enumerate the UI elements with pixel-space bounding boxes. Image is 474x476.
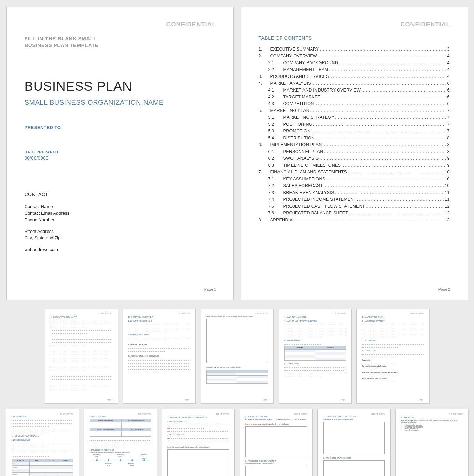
- toc-page-number: 4: [446, 54, 450, 58]
- target-market-table: SEGMENTEXAMPLE: [284, 346, 346, 361]
- toc-number: 2.2: [268, 67, 283, 72]
- promo-item: Marketing / communications materials / c…: [362, 372, 424, 373]
- toc-label: BREAK-EVEN ANALYSIS: [283, 190, 335, 195]
- template-label: FILL-IN-THE-BLANK SMALL BUSINESS PLAN TE…: [25, 35, 100, 48]
- organization-name: SMALL BUSINESS ORGANIZATION NAME: [25, 99, 216, 107]
- toc-label: TIMELINE OF MILESTONES: [283, 163, 342, 168]
- toc-number: 4.: [259, 81, 270, 86]
- toc-label: MARKET ANALYSIS: [270, 81, 312, 86]
- thumbnail-page-11: CONFIDENTIAL 7.3 BREAK-EVEN ANALYSIS We …: [240, 409, 313, 476]
- toc-number: 6.3: [268, 163, 283, 168]
- statement-placeholder: [323, 460, 385, 476]
- toc-page-number: 7: [446, 122, 450, 127]
- toc-leader-dots: [320, 156, 446, 161]
- section-title: 3. PRODUCTS AND SERVICES: [128, 355, 190, 357]
- contact-phone: Phone Number: [25, 216, 216, 223]
- toc-page-number: 8: [446, 136, 450, 140]
- toc-page-number: 10: [444, 177, 450, 181]
- toc-row: 7.6PROJECTED BALANCE SHEET 12: [259, 211, 450, 215]
- body-text: Insert chart and/or graph depicting your…: [245, 423, 307, 425]
- toc-label: POSITIONING: [283, 122, 313, 127]
- confidential-label: CONFIDENTIAL: [401, 21, 450, 28]
- toc-row: 4.3COMPETITION 6: [259, 101, 450, 106]
- template-label-line-2: BUSINESS PLAN TEMPLATE: [25, 42, 100, 49]
- toc-leader-dots: [313, 122, 446, 127]
- template-label-line-1: FILL-IN-THE-BLANK SMALL: [25, 35, 100, 42]
- toc-number: 1.: [259, 47, 270, 52]
- subsection-title: 4.3 COMPETITION: [284, 363, 346, 365]
- name-label: Last Name, First Name: [128, 344, 190, 346]
- contact-email: Contact Email Address: [25, 210, 216, 217]
- swot-table: STRENGTHS (internal)WEAKNESSES (internal…: [90, 419, 151, 437]
- toc-label: FINANCIAL PLAN AND STATEMENTS: [270, 170, 348, 174]
- toc-number: 7.2: [268, 183, 283, 188]
- toc-number: 5.: [259, 108, 270, 113]
- toc-page-number: 7: [446, 115, 450, 120]
- toc-number: 7.3: [268, 190, 283, 195]
- thumbnail-page-8: CONFIDENTIAL 5.4 DISTRIBUTION 6. IMPLEME…: [6, 409, 79, 476]
- confidential-label: CONFIDENTIAL: [449, 413, 463, 415]
- toc-label: MANAGEMENT TEAM: [283, 67, 329, 72]
- toc-number: 4.1: [268, 88, 283, 93]
- thumbnail-page-12: CONFIDENTIAL 7.5 PROJECTED CASH FLOW STA…: [317, 409, 391, 476]
- section-title: 2. COMPANY OVERVIEW: [128, 316, 190, 318]
- toc-row: 7.FINANCIAL PLAN AND STATEMENTS 10: [259, 170, 450, 174]
- thumbnail-page-7: CONFIDENTIAL 5. MARKETING PLAN 5.1 MARKE…: [356, 309, 430, 404]
- toc-page-number: 3: [446, 47, 450, 52]
- appendix-list: Detailed market research Resumes of key …: [405, 424, 463, 431]
- toc-leader-dots: [330, 74, 446, 79]
- body-text: Attached here are the documents that sup…: [401, 420, 463, 423]
- toc-number: 8.: [259, 218, 270, 222]
- toc-row: 5.3PROMOTION 7: [259, 129, 450, 134]
- subsection-title: 7.1 KEY ASSUMPTIONS: [167, 420, 229, 422]
- toc-row: 5.MARKETING PLAN 7: [259, 108, 450, 113]
- toc-label: KEY ASSUMPTIONS: [283, 177, 326, 181]
- toc-label: EXECUTIVE SUMMARY: [270, 47, 320, 52]
- toc-row: 7.5PROJECTED CASH FLOW STATEMENT 12: [259, 204, 450, 209]
- subsection-title: 4.1 MARKET AND INDUSTRY OVERVIEW: [284, 320, 346, 322]
- page-number: Page 6: [341, 398, 347, 401]
- promo-item: Advertising:: [362, 359, 424, 361]
- thumbnail-page-10: CONFIDENTIAL 7. FINANCIAL PLAN AND STATE…: [162, 409, 235, 476]
- toc-leader-dots: [315, 101, 446, 106]
- toc-leader-dots: [357, 197, 444, 202]
- chart-placeholder: [167, 449, 229, 476]
- subsection-title: 2.2 MANAGEMENT TEAM: [128, 333, 190, 335]
- toc-row: 4.2TARGET MARKET 6: [259, 95, 450, 99]
- section-title: 4. MARKET ANALYSIS: [284, 316, 346, 318]
- toc-row: 6.1PERSONNEL PLAN 8: [259, 149, 450, 154]
- toc-page-number: 6: [446, 95, 450, 99]
- toc-page-number: 9: [446, 163, 450, 168]
- toc-number: 7.6: [268, 211, 283, 215]
- toc-list: 1.EXECUTIVE SUMMARY 32.COMPANY OVERVIEW …: [259, 45, 450, 224]
- toc-label: IMPLEMENTATION PLAN: [270, 142, 323, 147]
- toc-leader-dots: [341, 163, 446, 168]
- thumbnail-row-2: CONFIDENTIAL 5.4 DISTRIBUTION 6. IMPLEME…: [6, 409, 469, 476]
- date-prepared-value: 00/00/0000: [25, 155, 216, 161]
- toc-label: SWOT ANALYSIS: [283, 156, 320, 161]
- toc-leader-dots: [326, 177, 444, 181]
- toc-leader-dots: [329, 67, 446, 72]
- toc-page-number: 8: [446, 149, 450, 154]
- toc-row: 5.4DISTRIBUTION 8: [259, 136, 450, 140]
- toc-label: MARKET AND INDUSTRY OVERVIEW: [283, 88, 362, 93]
- toc-leader-dots: [324, 149, 446, 154]
- toc-label: MARKETING PLAN: [270, 108, 310, 113]
- toc-row: 4.1MARKET AND INDUSTRY OVERVIEW 6: [259, 88, 450, 93]
- thumbnail-page-9: CONFIDENTIAL 6.2 SWOT ANALYSIS STRENGTHS…: [84, 409, 157, 476]
- toc-leader-dots: [323, 142, 446, 147]
- toc-row: 7.1KEY ASSUMPTIONS 10: [259, 177, 450, 181]
- toc-heading: TABLE OF CONTENTS: [259, 35, 450, 41]
- subsection-title: 5.2 POSITIONING: [362, 339, 424, 341]
- toc-page-number: 6: [446, 88, 450, 93]
- toc-page-number: 4: [446, 67, 450, 72]
- page-number: Page 4: [185, 398, 191, 401]
- toc-row: 3.PRODUCTS AND SERVICES 4: [259, 74, 450, 79]
- thumbnail-row-1: CONFIDENTIAL 1. EXECUTIVE SUMMARY Page 3…: [45, 309, 430, 404]
- toc-row: 6.IMPLEMENTATION PLAN 8: [259, 142, 450, 147]
- document-title: BUSINESS PLAN: [25, 79, 216, 94]
- thumbnail-page-5: CONFIDENTIAL Here are some examples of o…: [201, 309, 274, 404]
- toc-row: 5.2POSITIONING 7: [259, 122, 450, 127]
- toc-number: 5.2: [268, 122, 283, 127]
- subsection-title: 4.2 TARGET MARKET: [284, 339, 346, 341]
